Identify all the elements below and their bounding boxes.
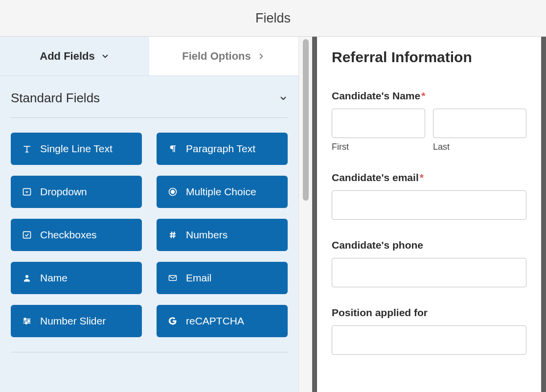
chevron-down-icon [101,52,110,61]
svg-rect-14 [28,320,30,322]
svg-point-2 [171,190,175,194]
tab-field-options[interactable]: Field Options [149,37,298,75]
field-numbers[interactable]: Numbers [157,219,288,251]
page-header: Fields [0,0,546,37]
form-field-position[interactable]: Position applied for [332,307,526,355]
person-icon [22,273,32,283]
form-field-candidate-name[interactable]: Candidate's Name* First Last [332,90,526,152]
chevron-right-icon [257,52,266,61]
field-recaptcha[interactable]: reCAPTCHA [157,305,288,337]
sliders-icon [22,316,32,326]
scrollbar-track[interactable] [298,37,312,392]
field-label: Name [40,272,68,284]
scrollbar-thumb[interactable] [303,39,309,201]
svg-line-7 [174,231,175,238]
field-label: Single Line Text [40,143,113,155]
text-cursor-icon [22,143,32,154]
svg-rect-3 [23,231,31,238]
field-label: reCAPTCHA [186,315,244,327]
radio-icon [167,186,178,197]
label-candidate-name: Candidate's Name* [332,90,526,102]
first-name-sublabel: First [332,142,425,152]
required-indicator: * [420,172,424,183]
form-preview: Referral Information Candidate's Name* F… [317,37,546,392]
standard-fields-section: Standard Fields Single Line Text [0,76,298,357]
checkbox-icon [22,230,32,240]
field-single-line-text[interactable]: Single Line Text [11,133,142,165]
candidate-email-input[interactable] [332,190,526,220]
field-label: Email [186,272,212,284]
form-field-candidate-email[interactable]: Candidate's email* [332,172,526,220]
svg-rect-15 [26,323,27,324]
form-field-candidate-phone[interactable]: Candidate's phone [332,239,526,287]
field-email[interactable]: Email [157,262,288,294]
vertical-divider [312,37,317,392]
hash-icon [167,230,178,240]
position-input[interactable] [332,325,526,355]
field-label: Paragraph Text [186,143,255,155]
tab-add-fields[interactable]: Add Fields [0,37,149,75]
section-title: Standard Fields [11,91,100,106]
first-name-input[interactable] [332,109,425,138]
field-label: Checkboxes [40,229,97,241]
dropdown-icon [22,186,32,197]
field-checkboxes[interactable]: Checkboxes [11,219,142,251]
envelope-icon [167,273,178,283]
candidate-phone-input[interactable] [332,258,526,287]
tab-add-fields-label: Add Fields [40,50,94,63]
required-indicator: * [421,90,425,101]
page-title: Fields [255,11,291,26]
field-dropdown[interactable]: Dropdown [11,176,142,208]
field-label: Numbers [186,229,228,241]
label-position: Position applied for [332,307,526,319]
label-candidate-phone: Candidate's phone [332,239,526,251]
section-header[interactable]: Standard Fields [11,91,288,118]
svg-line-6 [171,231,172,238]
field-name[interactable]: Name [11,262,142,294]
field-label: Number Slider [40,315,106,327]
tab-field-options-label: Field Options [182,50,251,63]
last-name-sublabel: Last [433,142,526,152]
left-panel-wrap: Add Fields Field Options Standard Fields [0,37,312,392]
svg-point-8 [25,275,28,278]
svg-rect-13 [24,318,26,320]
google-icon [167,316,178,326]
field-label: Multiple Choice [186,186,256,198]
label-candidate-email: Candidate's email* [332,172,526,184]
paragraph-icon [167,143,178,154]
main-layout: Add Fields Field Options Standard Fields [0,37,546,392]
field-grid: Single Line Text Paragraph Text Dropdown [11,118,288,352]
name-row: First Last [332,109,526,152]
field-paragraph-text[interactable]: Paragraph Text [157,133,288,165]
form-title: Referral Information [332,49,526,66]
field-label: Dropdown [40,186,87,198]
field-multiple-choice[interactable]: Multiple Choice [157,176,288,208]
chevron-down-icon [279,94,288,103]
field-number-slider[interactable]: Number Slider [11,305,142,337]
panel-tabs: Add Fields Field Options [0,37,298,76]
left-panel: Add Fields Field Options Standard Fields [0,37,298,392]
last-name-input[interactable] [433,109,526,138]
